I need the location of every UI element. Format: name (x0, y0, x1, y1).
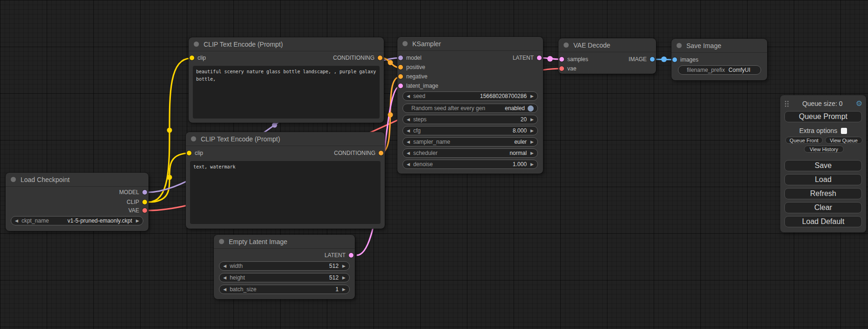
collapse-dot-icon[interactable] (564, 42, 569, 48)
link-dot (167, 128, 172, 133)
node-graph-canvas[interactable]: Load Checkpoint MODEL CLIP VAE ◀ ckpt_na… (0, 0, 868, 329)
denoise-widget[interactable]: ◀ denoise 1.000 ▶ (402, 160, 538, 169)
right-arrow-icon[interactable]: ▶ (342, 287, 346, 292)
width-widget[interactable]: ◀ width 512 ▶ (219, 261, 350, 271)
save-button[interactable]: Save (784, 160, 862, 171)
conditioning-port-dot[interactable] (378, 56, 382, 60)
ckpt-name-widget[interactable]: ◀ ckpt_name v1-5-pruned-emaonly.ckpt ▶ (11, 216, 143, 225)
vae-port-dot[interactable] (559, 66, 564, 71)
left-arrow-icon[interactable]: ◀ (223, 276, 226, 280)
left-arrow-icon[interactable]: ◀ (223, 287, 226, 292)
left-arrow-icon[interactable]: ◀ (407, 162, 410, 167)
view-history-button[interactable]: View History (804, 146, 844, 153)
conditioning-port-dot[interactable] (398, 74, 403, 79)
node-title-bar[interactable]: Empty Latent Image (214, 235, 355, 249)
latent-port-dot[interactable] (537, 56, 542, 60)
node-clip-text-encode-positive[interactable]: CLIP Text Encode (Prompt) clip CONDITION… (189, 37, 384, 123)
node-vae-decode[interactable]: VAE Decode samples vae IMAGE (558, 38, 656, 74)
right-arrow-icon[interactable]: ▶ (136, 219, 139, 223)
left-arrow-icon[interactable]: ◀ (407, 129, 410, 133)
link-dot (167, 175, 172, 180)
right-arrow-icon[interactable]: ▶ (342, 276, 346, 280)
output-conditioning: CONDITIONING (334, 150, 383, 156)
queue-front-button[interactable]: Queue Front (785, 137, 823, 144)
batch-size-widget[interactable]: ◀ batch_size 1 ▶ (219, 285, 350, 294)
vae-port-dot[interactable] (142, 208, 147, 213)
left-arrow-icon[interactable]: ◀ (407, 118, 410, 122)
conditioning-port-dot[interactable] (398, 65, 403, 70)
right-arrow-icon[interactable]: ▶ (530, 140, 534, 144)
clip-port-dot[interactable] (187, 151, 191, 155)
node-save-image[interactable]: Save Image images filename_prefix ComfyU… (671, 39, 767, 80)
seed-widget[interactable]: ◀ seed 156680208700286 ▶ (402, 91, 538, 101)
node-title: VAE Decode (573, 42, 610, 49)
model-port-dot[interactable] (142, 190, 147, 195)
latent-port-dot[interactable] (349, 253, 353, 258)
collapse-dot-icon[interactable] (402, 41, 408, 46)
left-arrow-icon[interactable]: ◀ (223, 264, 226, 268)
positive-prompt-textarea[interactable]: beautiful scenery nature glass bottle la… (193, 66, 380, 119)
conditioning-port-dot[interactable] (379, 151, 383, 155)
filename-prefix-widget[interactable]: filename_prefix ComfyUI (678, 65, 761, 75)
node-load-checkpoint[interactable]: Load Checkpoint MODEL CLIP VAE ◀ ckpt_na… (6, 173, 148, 231)
image-port-dot[interactable] (672, 57, 677, 62)
latent-port-dot[interactable] (559, 57, 564, 62)
left-arrow-icon[interactable]: ◀ (407, 94, 410, 98)
left-arrow-icon[interactable]: ◀ (15, 219, 18, 223)
link-dot (272, 123, 277, 128)
output-latent: LATENT (325, 252, 353, 258)
right-arrow-icon[interactable]: ▶ (530, 94, 534, 98)
node-title-bar[interactable]: KSampler (397, 37, 543, 51)
output-clip: CLIP (127, 199, 147, 205)
collapse-dot-icon[interactable] (219, 239, 224, 244)
node-title-bar[interactable]: CLIP Text Encode (Prompt) (186, 132, 385, 146)
cfg-widget[interactable]: ◀ cfg 8.000 ▶ (402, 126, 538, 135)
node-title: KSampler (412, 40, 441, 48)
node-title: CLIP Text Encode (Prompt) (204, 41, 283, 48)
sampler-name-widget[interactable]: ◀ sampler_name euler ▶ (402, 137, 538, 147)
extra-options-checkbox[interactable] (841, 128, 847, 134)
settings-gear-icon[interactable]: ⚙ (856, 100, 862, 107)
node-title: CLIP Text Encode (Prompt) (201, 135, 280, 143)
right-arrow-icon[interactable]: ▶ (530, 151, 534, 155)
random-seed-toggle-widget[interactable]: Random seed after every gen enabled (402, 104, 538, 113)
refresh-button[interactable]: Refresh (784, 188, 862, 199)
load-button[interactable]: Load (784, 174, 862, 185)
clear-button[interactable]: Clear (784, 202, 862, 213)
right-arrow-icon[interactable]: ▶ (530, 129, 534, 133)
node-title-bar[interactable]: Save Image (671, 39, 767, 53)
latent-port-dot[interactable] (398, 84, 403, 88)
load-default-button[interactable]: Load Default (784, 216, 862, 227)
left-arrow-icon[interactable]: ◀ (407, 140, 410, 144)
right-arrow-icon[interactable]: ▶ (530, 162, 534, 167)
negative-prompt-textarea[interactable]: text, watermark (190, 161, 381, 224)
collapse-dot-icon[interactable] (677, 43, 682, 48)
model-port-dot[interactable] (398, 56, 403, 60)
node-title-bar[interactable]: Load Checkpoint (6, 173, 148, 187)
node-clip-text-encode-negative[interactable]: CLIP Text Encode (Prompt) clip CONDITION… (186, 132, 385, 229)
queue-prompt-button[interactable]: Queue Prompt (784, 111, 862, 122)
node-empty-latent-image[interactable]: Empty Latent Image LATENT ◀ width 512 ▶ … (214, 235, 355, 299)
steps-widget[interactable]: ◀ steps 20 ▶ (402, 115, 538, 124)
height-widget[interactable]: ◀ height 512 ▶ (219, 273, 350, 282)
collapse-dot-icon[interactable] (11, 177, 16, 182)
node-title-bar[interactable]: VAE Decode (558, 38, 656, 52)
node-title-bar[interactable]: CLIP Text Encode (Prompt) (189, 37, 384, 51)
collapse-dot-icon[interactable] (191, 136, 196, 141)
output-model: MODEL (119, 189, 147, 195)
node-ksampler[interactable]: KSampler model positive negative latent_… (397, 37, 543, 174)
toggle-enabled-icon[interactable] (528, 105, 534, 112)
drag-handle-icon[interactable] (784, 100, 789, 107)
clip-port-dot[interactable] (190, 56, 194, 60)
scheduler-widget[interactable]: ◀ scheduler normal ▶ (402, 148, 538, 158)
right-arrow-icon[interactable]: ▶ (342, 264, 346, 268)
output-image: IMAGE (628, 56, 655, 62)
collapse-dot-icon[interactable] (194, 42, 199, 47)
image-port-dot[interactable] (650, 57, 655, 62)
right-arrow-icon[interactable]: ▶ (530, 118, 534, 122)
clip-port-dot[interactable] (142, 200, 147, 204)
output-vae: VAE (128, 208, 147, 213)
comfy-menu-panel: Queue size: 0 ⚙ Queue Prompt Extra optio… (780, 95, 866, 232)
left-arrow-icon[interactable]: ◀ (407, 151, 410, 155)
view-queue-button[interactable]: View Queue (825, 137, 862, 144)
